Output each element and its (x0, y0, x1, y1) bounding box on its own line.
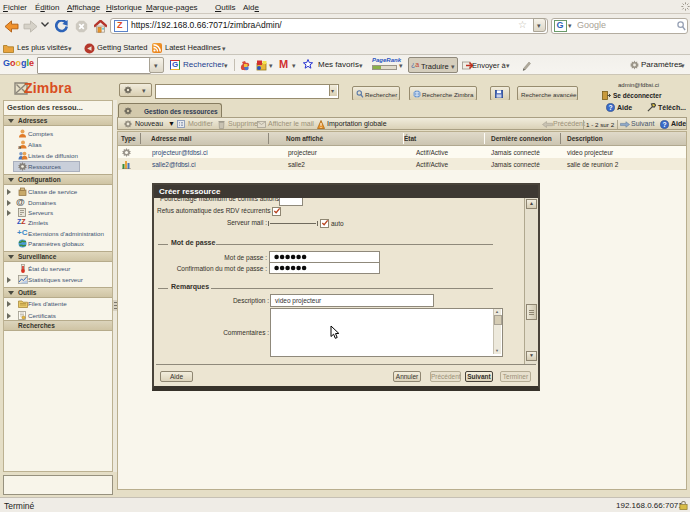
svg-text:?: ? (609, 104, 613, 111)
svg-text:?: ? (663, 121, 667, 128)
svg-text:a: a (18, 144, 21, 149)
